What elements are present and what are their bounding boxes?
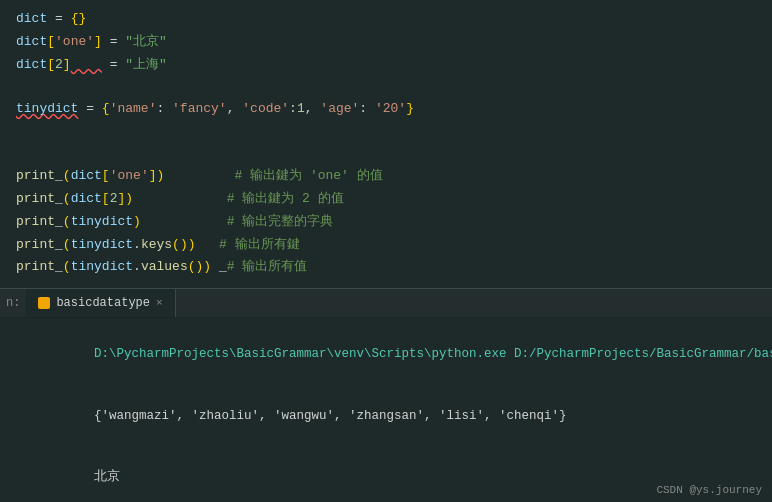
terminal-content: D:\PycharmProjects\BasicGrammar\venv\Scr… — [28, 318, 772, 502]
code-line-print5: print_(tinydict.values()) _ # 输出所有值 — [0, 256, 772, 279]
code-line-print2: print_(dict[2]) # 输出鍵为 2 的值 — [0, 188, 772, 211]
tab-basicdatatype[interactable]: basicdatatype × — [26, 289, 175, 317]
n-label: n: — [0, 296, 26, 310]
code-line-tinydict: tinydict = {'name': 'fancy', 'code':1, '… — [0, 98, 772, 121]
tab-icon — [38, 297, 50, 309]
watermark: CSDN @ys.journey — [656, 484, 762, 496]
empty-line-1 — [0, 76, 772, 98]
tab-bar: n: basicdatatype × — [0, 288, 772, 318]
code-line-2: dict['one'] = "北京" — [0, 31, 772, 54]
tab-close-button[interactable]: × — [156, 297, 163, 309]
empty-line-2 — [0, 121, 772, 143]
empty-line-3 — [0, 143, 772, 165]
terminal-wrapper: ▲ ▼ ≡ D:\PycharmProjects\BasicGrammar\ve… — [0, 318, 772, 502]
terminal-line-1: {'wangmazi', 'zhaoliu', 'wangwu', 'zhang… — [34, 385, 766, 447]
editor-area: dict = {} dict['one'] = "北京" dict[2] = "… — [0, 0, 772, 288]
terminal-line-path: D:\PycharmProjects\BasicGrammar\venv\Scr… — [34, 323, 766, 385]
code-line-print3: print_(tinydict) # 输出完整的字典 — [0, 211, 772, 234]
tab-name: basicdatatype — [56, 296, 150, 310]
code-line-print4: print_(tinydict.keys()) # 输出所有鍵 — [0, 234, 772, 257]
code-line-3: dict[2] = "上海" — [0, 54, 772, 77]
code-line-print1: print_(dict['one']) # 输出鍵为 'one' 的值 — [0, 165, 772, 188]
code-line-1: dict = {} — [0, 8, 772, 31]
